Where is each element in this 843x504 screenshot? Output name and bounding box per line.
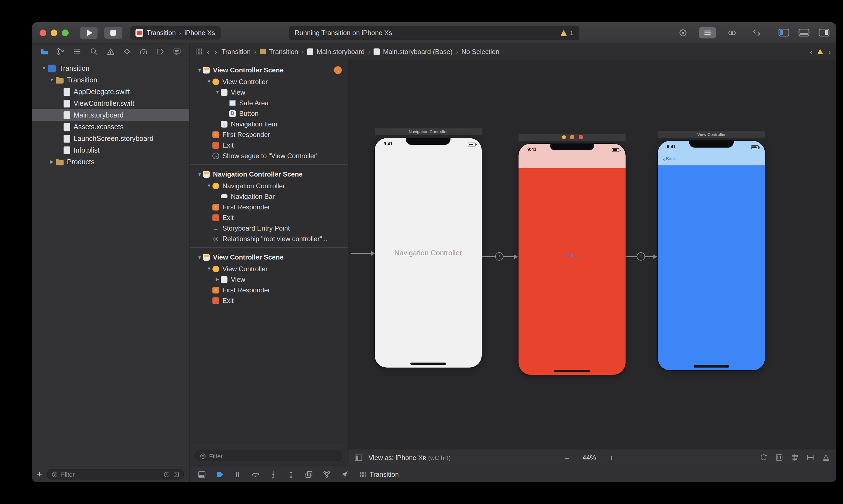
outline-row-exit[interactable]: ←Exit — [190, 140, 348, 150]
add-button[interactable]: + — [37, 470, 42, 479]
outline-row-show-segue-to-view-controller[interactable]: →Show segue to "View Controller" — [190, 150, 348, 161]
outline-row-navigation-bar[interactable]: Navigation Bar — [190, 191, 348, 202]
toggle-navigator-button[interactable] — [778, 29, 790, 37]
add-constraints-button[interactable] — [806, 453, 814, 462]
disclosure-icon[interactable]: ▼ — [196, 68, 203, 73]
first-responder-icon[interactable] — [570, 135, 574, 139]
step-over-button[interactable] — [250, 469, 260, 479]
exit-icon[interactable] — [579, 135, 582, 139]
align-button[interactable] — [791, 453, 799, 462]
close-window-button[interactable] — [39, 29, 46, 36]
breadcrumb-item-main-storyboard-base[interactable]: Main.storyboard (Base) — [383, 48, 452, 55]
file-row-info-plist[interactable]: Info.plist — [32, 144, 189, 156]
file-row-transition[interactable]: ▼Transition — [32, 62, 189, 74]
file-row-main-storyboard[interactable]: Main.storyboard — [32, 109, 189, 121]
standard-editor-button[interactable] — [699, 27, 716, 38]
step-out-button[interactable] — [286, 469, 295, 479]
phone-canvas[interactable]: 9:41 Navigation Controller — [375, 138, 482, 367]
back-navigation-button[interactable]: ‹ — [206, 47, 210, 56]
breadcrumb-item-transition[interactable]: Transition — [269, 48, 298, 55]
outline-row-view-controller[interactable]: ▼View Controller — [190, 264, 348, 274]
outline-row-storyboard-entry-point[interactable]: →Storyboard Entry Point — [190, 223, 348, 233]
scene-dock[interactable]: Navigation Controller — [375, 128, 482, 135]
zoom-window-button[interactable] — [62, 29, 69, 36]
button-label[interactable]: Button — [518, 253, 625, 258]
file-row-appdelegate-swift[interactable]: AppDelegate.swift — [32, 86, 189, 97]
navigator-tab-find-icon[interactable] — [89, 47, 99, 56]
outline-row-view-controller[interactable]: ▼View Controller — [190, 76, 348, 87]
disclosure-icon[interactable]: ▼ — [196, 172, 203, 177]
navigator-filter-field[interactable]: Filter — [47, 469, 184, 480]
disclosure-icon[interactable]: ▶ — [214, 277, 221, 282]
assistant-editor-button[interactable] — [724, 27, 740, 38]
outline-row-first-responder[interactable]: ↑First Responder — [190, 285, 348, 295]
issue-warning-icon[interactable] — [818, 49, 823, 54]
scene-header-navigation-controller-scene-1[interactable]: ▼Navigation Controller Scene — [190, 168, 348, 180]
back-button[interactable]: ‹ Back — [663, 157, 676, 162]
zoom-out-button[interactable]: – — [565, 453, 569, 462]
view-hierarchy-button[interactable] — [304, 469, 313, 479]
breadcrumb-item-transition[interactable]: Transition — [222, 48, 251, 55]
step-into-button[interactable] — [268, 469, 278, 479]
resolve-autolayout-button[interactable] — [822, 453, 830, 462]
disclosure-icon[interactable]: ▼ — [214, 90, 221, 95]
outline-row-button[interactable]: BButton — [190, 108, 348, 119]
file-row-launchscreen-storyboard[interactable]: LaunchScreen.storyboard — [32, 132, 189, 144]
view-as-button[interactable]: View as: iPhone Xʀ (wC hR) — [368, 454, 451, 462]
pause-button[interactable] — [233, 469, 242, 479]
disclosure-icon[interactable]: ▼ — [206, 79, 212, 84]
outline-toggle-icon[interactable] — [354, 453, 363, 462]
show-segue-icon[interactable]: › — [637, 252, 645, 260]
recent-files-icon[interactable] — [164, 471, 170, 478]
toggle-debug-area-button[interactable] — [798, 29, 810, 37]
phone-canvas[interactable]: 9:41 Button — [518, 144, 625, 375]
navigator-tab-project-icon[interactable] — [39, 47, 49, 56]
file-row-assets-xcassets[interactable]: Assets.xcassets — [32, 121, 189, 132]
relationship-segue-icon[interactable]: ‹ — [495, 252, 503, 260]
outline-row-exit[interactable]: ←Exit — [190, 212, 348, 223]
library-button[interactable] — [675, 27, 691, 38]
outline-row-relationship-root-view-controller[interactable]: ◎Relationship "root view controller"... — [190, 233, 348, 244]
toggle-breakpoints-button[interactable] — [214, 469, 224, 479]
outline-row-navigation-controller[interactable]: ▼‹Navigation Controller — [190, 180, 348, 191]
view-controller-icon[interactable] — [562, 135, 566, 139]
scene-view-controller-red[interactable]: 9:41 Button — [518, 134, 625, 375]
run-button[interactable] — [80, 26, 98, 39]
navigator-tab-issues-icon[interactable] — [105, 47, 116, 56]
disclosure-icon[interactable]: ▼ — [206, 266, 212, 271]
scene-view-controller-blue[interactable]: View Controller 9:41 ‹ Back — [658, 131, 765, 370]
disclosure-icon[interactable]: ▼ — [196, 255, 203, 260]
next-issue-button[interactable]: › — [828, 47, 831, 56]
outline-row-exit[interactable]: ←Exit — [190, 295, 348, 306]
navigator-tab-tests-icon[interactable] — [122, 47, 132, 56]
navigator-tab-debug-icon[interactable] — [139, 47, 149, 56]
navigator-tab-reports-icon[interactable] — [172, 47, 182, 56]
outline-row-navigation-item[interactable]: ‹Navigation Item — [190, 119, 348, 129]
zoom-level[interactable]: 44% — [583, 454, 596, 462]
navigator-tab-symbols-icon[interactable] — [72, 47, 82, 56]
warning-badge[interactable]: 1 — [561, 30, 573, 36]
hide-debug-area-button[interactable] — [197, 469, 206, 479]
embed-in-stack-button[interactable] — [775, 453, 783, 462]
file-row-transition[interactable]: ▼Transition — [32, 74, 189, 86]
outline-row-first-responder[interactable]: ↑First Responder — [190, 202, 348, 212]
file-row-products[interactable]: ▶Products — [32, 156, 189, 168]
toggle-inspectors-button[interactable] — [819, 29, 830, 37]
outline-row-safe-area[interactable]: Safe Area — [190, 97, 348, 108]
simulate-location-button[interactable] — [340, 469, 349, 479]
disclosure-icon[interactable]: ▼ — [49, 77, 55, 83]
disclosure-icon[interactable]: ▶ — [49, 159, 55, 164]
outline-filter-field[interactable]: Filter — [195, 451, 342, 461]
navigator-tab-source-control-icon[interactable] — [56, 47, 66, 56]
file-row-viewcontroller-swift[interactable]: ViewController.swift — [32, 97, 189, 109]
outline-row-view[interactable]: ▶View — [190, 274, 348, 285]
process-indicator[interactable]: Transition — [360, 470, 399, 478]
stop-button[interactable] — [104, 26, 122, 39]
phone-canvas[interactable]: 9:41 ‹ Back — [658, 141, 765, 370]
scene-navigation-controller[interactable]: Navigation Controller 9:41 Navigation Co… — [375, 128, 482, 367]
zoom-in-button[interactable]: + — [609, 453, 614, 462]
storyboard-canvas[interactable]: ‹ › Navigation Controller 9:41 Na — [348, 60, 836, 449]
scene-dock[interactable]: View Controller — [658, 131, 765, 138]
scm-status-filter-icon[interactable] — [173, 471, 179, 478]
breadcrumb-item-main-storyboard[interactable]: Main.storyboard — [317, 48, 365, 55]
